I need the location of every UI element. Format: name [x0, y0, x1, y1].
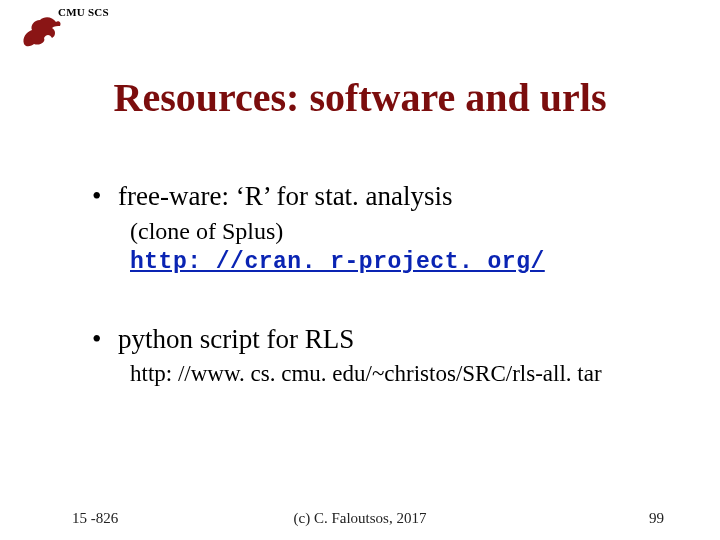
slide-title: Resources: software and urls	[0, 74, 720, 121]
bullet-marker: •	[92, 180, 118, 214]
header-label: CMU SCS	[58, 6, 109, 18]
slide-body: • free-ware: ‘R’ for stat. analysis (clo…	[92, 180, 662, 389]
slide: CMU SCS Resources: software and urls • f…	[0, 0, 720, 540]
bullet-line: • python script for RLS	[92, 323, 662, 357]
footer-page-number: 99	[649, 510, 664, 527]
list-item: • free-ware: ‘R’ for stat. analysis (clo…	[92, 180, 662, 275]
bullet-marker: •	[92, 323, 118, 357]
bullet-text: python script for RLS	[118, 323, 354, 357]
bullet-text: free-ware: ‘R’ for stat. analysis	[118, 180, 453, 214]
resource-url-text: http: //www. cs. cmu. edu/~christos/SRC/…	[130, 359, 662, 389]
resource-link[interactable]: http: //cran. r-project. org/	[130, 249, 545, 275]
bullet-line: • free-ware: ‘R’ for stat. analysis	[92, 180, 662, 214]
footer-copyright: (c) C. Faloutsos, 2017	[0, 510, 720, 527]
bullet-subtext: (clone of Splus)	[130, 216, 662, 247]
list-item: • python script for RLS http: //www. cs.…	[92, 323, 662, 389]
